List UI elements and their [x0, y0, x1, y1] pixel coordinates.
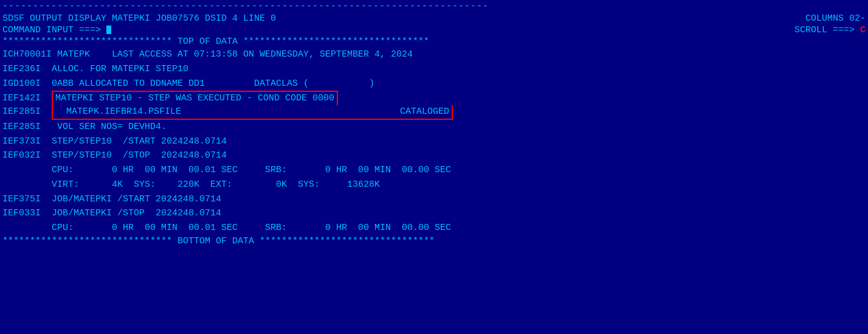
- line-5-prefix: IEF285I MATEPK.IEFBR14.PSFILE CATALOGED: [0, 105, 868, 120]
- line-10: VIRT: 4K SYS: 220K EXT: 0K SYS: 13628K: [0, 178, 868, 192]
- top-border: ----------------------------------------…: [0, 0, 868, 13]
- header-left: SDSF OUTPUT DISPLAY MATEPKI JOB07576 DSI…: [2, 13, 276, 24]
- highlight-line2: MATEPK.IEFBR14.PSFILE CATALOGED: [52, 105, 453, 120]
- scroll-label: SCROLL ===> C: [794, 25, 866, 35]
- terminal-screen: ----------------------------------------…: [0, 0, 868, 334]
- highlight-line1: MATEPKI STEP10 - STEP WAS EXECUTED - CON…: [52, 91, 338, 105]
- header-row: SDSF OUTPUT DISPLAY MATEPKI JOB07576 DSI…: [0, 13, 868, 24]
- line-8: IEF032I STEP/STEP10 /STOP 2024248.0714: [0, 148, 868, 163]
- line-11: IEF375I JOB/MATEPKI /START 2024248.0714: [0, 192, 868, 207]
- line-1: ICH70001I MATEPK LAST ACCESS AT 07:13:58…: [0, 47, 868, 62]
- line-4-prefix: IEF142I MATEPKI STEP10 - STEP WAS EXECUT…: [0, 91, 868, 105]
- line-3: IGD100I 0ABB ALLOCATED TO DDNAME DD1 DAT…: [0, 77, 868, 91]
- command-row: COMMAND INPUT ===> SCROLL ===> C: [0, 24, 868, 36]
- line-6: IEF285I VOL SER NOS= DEVHD4.: [0, 120, 868, 134]
- line-7: IEF373I STEP/STEP10 /START 2024248.0714: [0, 134, 868, 149]
- line-13: CPU: 0 HR 00 MIN 00.01 SEC SRB: 0 HR 00 …: [0, 221, 868, 235]
- line-2: IEF236I ALLOC. FOR MATEPKI STEP10: [0, 62, 868, 77]
- header-right: COLUMNS 02-: [805, 13, 866, 24]
- command-label: COMMAND INPUT ===>: [2, 25, 111, 35]
- line-9: CPU: 0 HR 00 MIN 00.01 SEC SRB: 0 HR 00 …: [0, 163, 868, 178]
- scroll-value: C: [860, 25, 866, 35]
- cursor: [106, 26, 111, 34]
- bottom-of-data-line: ******************************* BOTTOM O…: [0, 235, 868, 247]
- top-of-data-line: ******************************* TOP OF D…: [0, 36, 868, 47]
- line-12: IEF033I JOB/MATEPKI /STOP 2024248.0714: [0, 206, 868, 221]
